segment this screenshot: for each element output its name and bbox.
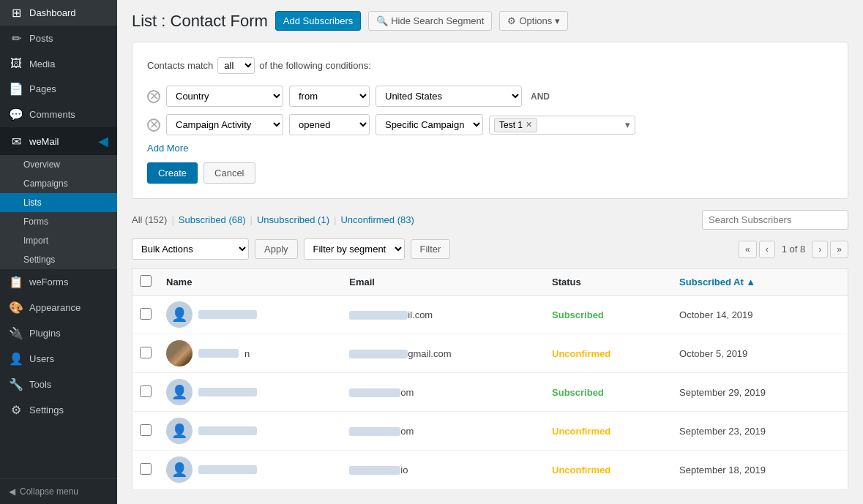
sidebar-item-label: Comments bbox=[29, 109, 75, 120]
condition-2-campaign-type-select[interactable]: Specific Campaign Any Campaign bbox=[376, 114, 483, 135]
hide-search-segment-button[interactable]: 🔍 Hide Search Segment bbox=[368, 11, 492, 31]
collapse-menu-button[interactable]: ◀ Collapse menu bbox=[0, 478, 117, 504]
table-body: 👤 il.com Subscribed October 14, 2019 bbox=[132, 296, 848, 489]
subscriber-name bbox=[198, 426, 257, 435]
table-header: Name Email Status Subscribed At ▲ bbox=[132, 269, 848, 296]
plugins-icon: 🔌 bbox=[9, 326, 23, 340]
sidebar-subitem-overview[interactable]: Overview bbox=[0, 155, 117, 174]
cancel-segment-button[interactable]: Cancel bbox=[203, 162, 255, 184]
avatar bbox=[166, 340, 193, 366]
condition-2-field-select[interactable]: Campaign Activity Country Email Name bbox=[166, 114, 283, 135]
subscriber-name bbox=[198, 388, 257, 396]
tag-dropdown-button[interactable]: ▾ bbox=[625, 119, 630, 130]
add-more-link[interactable]: Add More bbox=[147, 143, 188, 154]
sidebar-item-posts[interactable]: ✏ Posts bbox=[0, 26, 117, 51]
search-area bbox=[702, 210, 848, 230]
tag-close-button[interactable]: ✕ bbox=[526, 120, 532, 129]
sidebar-item-plugins[interactable]: 🔌 Plugins bbox=[0, 320, 117, 346]
email-cell: il.com bbox=[342, 296, 545, 334]
sidebar-item-media[interactable]: 🖼 Media bbox=[0, 51, 117, 76]
tools-icon: 🔧 bbox=[9, 377, 23, 391]
collapse-icon: ◀ bbox=[9, 486, 15, 497]
page-info: 1 of 8 bbox=[782, 244, 806, 255]
sidebar-item-label: Pages bbox=[29, 83, 56, 94]
row-checkbox[interactable] bbox=[140, 424, 152, 436]
email-cell: om bbox=[342, 373, 545, 412]
settings-icon: ⚙ bbox=[9, 403, 23, 417]
sidebar-item-dashboard[interactable]: ⊞ Dashboard bbox=[0, 0, 117, 26]
condition-1-value-select[interactable]: United States Canada United Kingdom bbox=[376, 86, 522, 107]
status-badge: Unconfirmed bbox=[552, 464, 610, 475]
sidebar-subitem-campaigns[interactable]: Campaigns bbox=[0, 174, 117, 193]
email-cell: om bbox=[342, 412, 545, 451]
sidebar-item-comments[interactable]: 💬 Comments bbox=[0, 102, 117, 127]
name-cell: 👤 bbox=[166, 456, 335, 483]
content-area: List : Contact Form Add Subscribers 🔍 Hi… bbox=[117, 0, 863, 504]
main-content: List : Contact Form Add Subscribers 🔍 Hi… bbox=[117, 0, 863, 504]
name-column-header: Name bbox=[159, 269, 342, 296]
table-row: 👤 om Unconfirmed September 23, 2019 bbox=[132, 412, 848, 451]
sidebar-item-label: Media bbox=[29, 59, 55, 69]
row-checkbox[interactable] bbox=[140, 347, 152, 358]
avatar: 👤 bbox=[166, 418, 193, 444]
chevron-down-icon: ▾ bbox=[555, 15, 560, 26]
sidebar-item-appearance[interactable]: 🎨 Appearance bbox=[0, 295, 117, 320]
create-segment-button[interactable]: Create bbox=[147, 162, 198, 184]
tab-unsubscribed[interactable]: Unsubscribed (1) bbox=[257, 214, 329, 225]
subscriber-tabs: All (152) | Subscribed (68) | Unsubscrib… bbox=[132, 210, 848, 230]
sidebar-item-users[interactable]: 👤 Users bbox=[0, 346, 117, 372]
next-page-button[interactable]: › bbox=[812, 241, 828, 258]
sidebar-item-settings[interactable]: ⚙ Settings bbox=[0, 397, 117, 423]
table-row: 👤 il.com Subscribed October 14, 2019 bbox=[132, 296, 848, 334]
tab-subscribed[interactable]: Subscribed (68) bbox=[179, 214, 246, 225]
condition-1-operator-select[interactable]: from not from bbox=[289, 86, 370, 107]
conditions-header: Contacts match all any of the following … bbox=[147, 57, 833, 74]
sidebar-item-tools[interactable]: 🔧 Tools bbox=[0, 372, 117, 397]
row-checkbox[interactable] bbox=[140, 308, 152, 320]
row-checkbox[interactable] bbox=[140, 463, 152, 475]
filter-by-segment-select[interactable]: Filter by segment bbox=[304, 238, 405, 260]
match-condition-select[interactable]: all any bbox=[217, 57, 255, 74]
subscribed-at-cell: September 29, 2019 bbox=[672, 373, 848, 412]
first-page-button[interactable]: « bbox=[739, 241, 757, 258]
wemail-submenu: Overview Campaigns Lists Forms Import Se… bbox=[0, 155, 117, 269]
tab-all[interactable]: All (152) bbox=[132, 214, 167, 225]
avatar: 👤 bbox=[166, 379, 193, 405]
apply-bulk-button[interactable]: Apply bbox=[255, 239, 298, 259]
remove-condition-1-button[interactable]: ✕ bbox=[147, 90, 160, 103]
tab-unconfirmed[interactable]: Unconfirmed (83) bbox=[340, 214, 414, 225]
media-icon: 🖼 bbox=[9, 57, 23, 70]
pages-icon: 📄 bbox=[9, 82, 23, 96]
sidebar-item-pages[interactable]: 📄 Pages bbox=[0, 76, 117, 102]
pagination: « ‹ 1 of 8 › » bbox=[739, 241, 848, 258]
sidebar-item-label: weForms bbox=[29, 277, 68, 287]
add-subscribers-button[interactable]: Add Subscribers bbox=[275, 11, 361, 31]
bulk-actions-select[interactable]: Bulk Actions Delete Export bbox=[132, 238, 249, 260]
sidebar-item-weforms[interactable]: 📋 weForms bbox=[0, 269, 117, 295]
avatar: 👤 bbox=[166, 456, 193, 483]
subscribed-at-cell: September 18, 2019 bbox=[672, 451, 848, 489]
condition-2-operator-select[interactable]: opened clicked not opened bbox=[289, 114, 370, 135]
subscribed-at-column-header[interactable]: Subscribed At ▲ bbox=[672, 269, 848, 296]
row-checkbox[interactable] bbox=[140, 385, 152, 397]
sidebar-item-wemail[interactable]: ✉ weMail ◀ bbox=[0, 127, 117, 155]
sidebar-item-label: Plugins bbox=[29, 328, 61, 339]
segment-action-buttons: Create Cancel bbox=[147, 162, 833, 184]
sidebar-subitem-settings[interactable]: Settings bbox=[0, 250, 117, 269]
options-button[interactable]: ⚙ Options ▾ bbox=[499, 11, 568, 31]
search-subscribers-input[interactable] bbox=[702, 210, 848, 230]
condition-1-field-select[interactable]: Country Campaign Activity Email Name bbox=[166, 86, 283, 107]
select-all-checkbox[interactable] bbox=[140, 275, 152, 287]
prev-page-button[interactable]: ‹ bbox=[759, 241, 775, 258]
subscribed-at-cell: October 5, 2019 bbox=[672, 334, 848, 373]
last-page-button[interactable]: » bbox=[830, 241, 848, 258]
remove-condition-2-button[interactable]: ✕ bbox=[147, 119, 160, 132]
sidebar-subitem-lists[interactable]: Lists bbox=[0, 193, 117, 212]
status-badge: Subscribed bbox=[552, 387, 604, 398]
page-title: List : Contact Form bbox=[132, 12, 268, 31]
table-row: n gmail.com Unconfirmed October 5, 2019 bbox=[132, 334, 848, 373]
sidebar-subitem-import[interactable]: Import bbox=[0, 231, 117, 250]
sidebar-subitem-forms[interactable]: Forms bbox=[0, 212, 117, 231]
campaign-tag: Test 1 ✕ bbox=[494, 118, 537, 132]
filter-button[interactable]: Filter bbox=[411, 239, 451, 259]
